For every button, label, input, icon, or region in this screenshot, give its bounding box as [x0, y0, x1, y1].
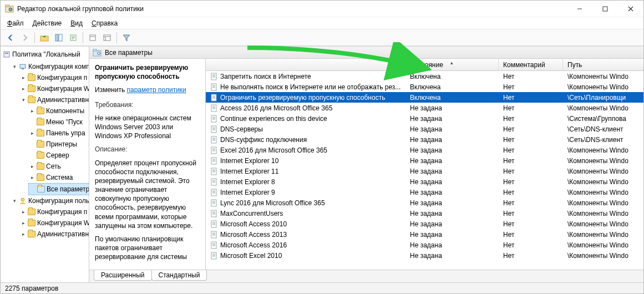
show-tree-button[interactable]	[52, 31, 65, 44]
up-folder-button[interactable]	[38, 31, 51, 44]
tree-item[interactable]: ▸Панель упра	[28, 128, 87, 139]
tree-label: Административн	[37, 95, 89, 105]
properties-button[interactable]	[100, 31, 114, 44]
tree-item[interactable]: ▸Система	[28, 172, 74, 183]
tree-item[interactable]: ▸Конфигурация п	[19, 72, 88, 83]
folder-icon	[37, 108, 44, 114]
expand-icon[interactable]: ▸	[21, 231, 26, 237]
svg-rect-16	[4, 52, 9, 57]
svg-point-2	[9, 8, 12, 11]
cell-state: Не задана	[405, 104, 499, 112]
table-row[interactable]: Internet Explorer 11Не заданаНет\Компоне…	[206, 166, 643, 176]
table-row[interactable]: Не выполнять поиск в Интернете или не от…	[206, 82, 643, 92]
sort-ascending-icon: ▴	[450, 60, 453, 65]
export-button[interactable]	[67, 31, 80, 44]
table-row[interactable]: Запретить поиск в ИнтернетеВключенаНет\К…	[206, 71, 643, 82]
tree-item[interactable]: ▸Конфигурация W	[19, 83, 89, 94]
table-row[interactable]: Ограничить резервируемую пропускную спос…	[206, 92, 643, 103]
col-header-name[interactable]	[206, 59, 405, 70]
col-header-path[interactable]: Путь	[563, 59, 643, 70]
table-row[interactable]: Microsoft Access 2013Не заданаНет\Компон…	[206, 229, 643, 240]
svg-rect-64	[211, 179, 216, 185]
tree-item[interactable]: Меню "Пуск	[28, 116, 84, 128]
col-header-comment[interactable]: Комментарий	[499, 59, 563, 70]
tree-item[interactable]: ▸Административн	[19, 229, 89, 240]
tree-item[interactable]: ▸Сеть	[28, 161, 62, 172]
cell-path: \Компоненты Windo	[563, 178, 643, 186]
collapse-icon[interactable]: ▾	[21, 97, 26, 103]
table-row[interactable]: Internet Explorer 9Не заданаНет\Компонен…	[206, 187, 643, 197]
tree-item[interactable]: Принтеры	[28, 139, 78, 150]
svg-rect-60	[211, 168, 216, 175]
folder-icon	[28, 231, 36, 237]
expand-icon[interactable]: ▸	[21, 86, 26, 92]
expand-icon[interactable]: ▸	[29, 175, 35, 180]
view-tabs: Расширенный Стандартный	[89, 270, 643, 282]
folder-icon	[28, 97, 36, 103]
table-row[interactable]: Internet Explorer 8Не заданаНет\Компонен…	[206, 176, 643, 187]
svg-rect-72	[211, 200, 216, 206]
edit-policy-link[interactable]: параметр политики	[126, 86, 186, 94]
table-row[interactable]: Access 2016 для Microsoft Office 365Не з…	[206, 103, 643, 113]
tree-user-config[interactable]: ▾ Конфигурация поль	[11, 195, 89, 206]
tree-computer-config[interactable]: ▾ Конфигурация комп	[11, 61, 89, 72]
refresh-button[interactable]	[86, 31, 99, 44]
expand-icon[interactable]: ▸	[21, 220, 26, 226]
detail-pane: Ограничить резервируемую пропускную спос…	[89, 59, 206, 270]
cell-name: DNS-суффикс подключения	[206, 136, 405, 144]
tree-label: Компоненты	[46, 106, 84, 116]
expand-icon[interactable]: ▸	[21, 209, 26, 215]
tree-label: Конфигурация W	[37, 84, 89, 94]
table-row[interactable]: Microsoft Access 2016Не заданаНет\Компон…	[206, 240, 643, 250]
cell-path: \Компоненты Windo	[563, 210, 643, 217]
table-row[interactable]: DNS-серверыНе заданаНет\Сеть\DNS-клиент	[206, 124, 643, 134]
rows-container[interactable]: Запретить поиск в ИнтернетеВключенаНет\К…	[206, 71, 643, 270]
menu-help[interactable]: Справка	[88, 18, 121, 28]
cell-state: Не задана	[405, 157, 499, 165]
tree-item[interactable]: Сервер	[28, 150, 70, 161]
cell-state: Не задана	[405, 125, 499, 133]
table-row[interactable]: Microsoft Access 2010Не заданаНет\Компон…	[206, 219, 643, 229]
collapse-icon[interactable]: ▾	[12, 64, 17, 69]
table-row[interactable]: Excel 2016 для Microsoft Office 365Не за…	[206, 145, 643, 155]
col-header-state[interactable]: ▴ Состояние	[405, 59, 499, 70]
statusbar: 2275 параметров	[1, 282, 643, 293]
table-row[interactable]: DNS-суффикс подключенияНе заданаНет\Сеть…	[206, 134, 643, 145]
tree-all-settings[interactable]: Все параметр	[28, 183, 89, 195]
cell-comment: Нет	[499, 178, 563, 186]
table-row[interactable]: Lync 2016 для Microsoft Office 365Не зад…	[206, 197, 643, 208]
tree-item[interactable]: ▸Компоненты	[28, 105, 85, 116]
description-text: Определяет процент пропускной способност…	[95, 159, 200, 231]
policy-tree[interactable]: Политика "Локальный ▾ Конфигурация комп …	[1, 49, 89, 240]
menu-action[interactable]: Действие	[29, 18, 65, 28]
collapse-icon[interactable]: ▾	[12, 198, 17, 204]
tab-extended[interactable]: Расширенный	[94, 270, 152, 281]
table-row[interactable]: MaxConcurrentUsersНе заданаНет\Компонент…	[206, 208, 643, 219]
tree-pane[interactable]: Политика "Локальный ▾ Конфигурация комп …	[1, 47, 89, 282]
table-row[interactable]: Microsoft Excel 2010Не заданаНет\Компоне…	[206, 250, 643, 261]
table-row[interactable]: Internet Explorer 10Не заданаНет\Компоне…	[206, 155, 643, 166]
minimize-button[interactable]	[567, 1, 592, 17]
cell-name: Microsoft Access 2010	[206, 220, 405, 228]
expand-icon[interactable]: ▸	[29, 164, 35, 169]
forward-button[interactable]	[18, 31, 32, 44]
tree-admin-templates[interactable]: ▾Административн	[19, 94, 89, 105]
tree-item[interactable]: ▸Конфигурация п	[19, 206, 88, 217]
maximize-button[interactable]	[592, 1, 618, 17]
cell-state: Включена	[405, 83, 499, 91]
tree-item[interactable]: ▸Конфигурация W	[19, 217, 89, 229]
folder-icon	[37, 152, 44, 159]
menu-view[interactable]: Вид	[67, 18, 86, 28]
expand-icon[interactable]: ▸	[21, 75, 26, 80]
filter-button[interactable]	[120, 31, 133, 44]
expand-icon[interactable]: ▸	[29, 108, 35, 114]
table-row[interactable]: Continue experiences on this deviceНе за…	[206, 113, 643, 124]
tree-root[interactable]: Политика "Локальный	[2, 49, 82, 60]
folder-icon	[28, 74, 36, 81]
back-button[interactable]	[4, 31, 17, 44]
menu-file[interactable]: Файл	[4, 18, 27, 28]
tree-label: Конфигурация поль	[28, 196, 89, 206]
close-button[interactable]	[618, 1, 643, 17]
tab-standard[interactable]: Стандартный	[151, 270, 207, 281]
expand-icon[interactable]: ▸	[29, 130, 35, 136]
